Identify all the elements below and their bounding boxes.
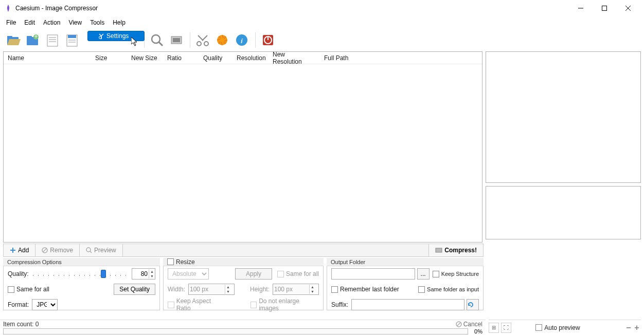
magnify-icon: [86, 247, 92, 253]
fit-button[interactable]: ⊞: [489, 323, 499, 333]
title-bar: Caesium - Image Compressor: [0, 0, 644, 16]
column-resolution[interactable]: Resolution: [232, 52, 269, 64]
progress-percent: 0%: [470, 328, 486, 334]
resize-mode-select[interactable]: Absolute: [168, 268, 209, 280]
keep-aspect-checkbox[interactable]: [168, 302, 174, 308]
height-input[interactable]: [273, 285, 309, 294]
progress-row: 0%: [0, 328, 486, 335]
resize-title: Resize: [163, 258, 324, 266]
menu-file[interactable]: File: [2, 18, 20, 27]
width-label: Width:: [168, 286, 188, 293]
preview-button[interactable]: [148, 31, 166, 49]
browse-button[interactable]: ...: [417, 268, 430, 280]
format-label: Format:: [8, 301, 29, 308]
column-full-path[interactable]: Full Path: [320, 52, 482, 64]
no-enlarge-checkbox[interactable]: [251, 302, 257, 308]
app-icon: [4, 4, 12, 12]
svg-rect-1: [602, 6, 607, 11]
reset-suffix-button[interactable]: [467, 299, 479, 310]
tooltip-label: Settings: [106, 32, 129, 40]
svg-point-25: [197, 42, 201, 46]
open-file-button[interactable]: [4, 31, 23, 49]
compression-panel: Compression Options Quality: ▲▼ Same for…: [3, 258, 160, 310]
svg-rect-7: [27, 36, 32, 39]
toolbar-separator-2: [190, 32, 190, 48]
about-button[interactable]: i: [232, 31, 251, 49]
update-button[interactable]: [213, 31, 231, 49]
column-size[interactable]: Size: [91, 52, 127, 64]
settings-button[interactable]: [193, 31, 212, 49]
resize-sfa-label: Same for all: [286, 270, 319, 277]
compress-label: Compress!: [444, 247, 477, 254]
window-title: Caesium - Image Compressor: [15, 5, 98, 12]
open-list-button[interactable]: [43, 31, 62, 49]
preview-footer: ⊞ ⛶ Auto preview − +: [489, 320, 641, 335]
width-spin[interactable]: ▲▼: [188, 284, 235, 295]
output-path-input[interactable]: [331, 268, 415, 280]
menu-view[interactable]: View: [64, 18, 86, 27]
resize-panel: Resize Absolute Apply Same for all Width…: [163, 258, 324, 310]
save-list-button[interactable]: [63, 31, 81, 49]
same-as-input-checkbox[interactable]: [418, 286, 425, 293]
remember-checkbox[interactable]: [331, 286, 338, 293]
resize-checkbox[interactable]: [167, 258, 174, 265]
forbidden-icon: [42, 247, 48, 253]
compress-icon: [435, 247, 442, 254]
height-label: Height:: [250, 286, 273, 293]
keep-structure-checkbox[interactable]: [433, 271, 439, 277]
fullscreen-button[interactable]: ⛶: [501, 323, 511, 333]
preview-list-button[interactable]: Preview: [80, 244, 123, 256]
apply-button[interactable]: Apply: [235, 268, 272, 280]
compression-title: Compression Options: [3, 258, 160, 266]
column-new-size[interactable]: New Size: [127, 52, 163, 64]
menu-tools[interactable]: Tools: [86, 18, 109, 27]
remove-list-button[interactable]: Remove: [35, 244, 80, 256]
quality-input[interactable]: [132, 269, 149, 278]
item-count: Item count: 0: [3, 321, 39, 328]
status-bar: Item count: 0 Cancel: [0, 320, 486, 328]
width-input[interactable]: [189, 285, 225, 294]
svg-line-36: [43, 249, 47, 252]
svg-line-38: [90, 251, 92, 253]
action-bar: Add Remove Preview Compress!: [3, 244, 484, 257]
format-select[interactable]: JPG: [32, 299, 58, 310]
auto-preview-label: Auto preview: [544, 324, 580, 331]
height-spin[interactable]: ▲▼: [273, 284, 319, 295]
preview-label: Preview: [94, 247, 116, 254]
compress-action-button[interactable]: Compress!: [428, 244, 483, 256]
resize-sfa-checkbox[interactable]: [277, 271, 284, 277]
zoom-out-button[interactable]: −: [624, 323, 633, 332]
same-for-all-checkbox[interactable]: [8, 286, 14, 293]
menu-action[interactable]: Action: [39, 18, 64, 27]
cancel-button[interactable]: Cancel: [456, 321, 482, 328]
zoom-in-button[interactable]: +: [633, 323, 641, 332]
toolbar-separator-3: [255, 32, 256, 48]
keep-structure-label: Keep Structure: [441, 271, 479, 277]
preview-column: [486, 51, 641, 243]
menu-edit[interactable]: Edit: [20, 18, 39, 27]
file-list[interactable]: Name Size New Size Ratio Quality Resolut…: [3, 51, 482, 243]
column-name[interactable]: Name: [4, 52, 91, 64]
column-quality[interactable]: Quality: [199, 52, 232, 64]
compress-button[interactable]: [167, 31, 186, 49]
close-button[interactable]: [616, 0, 640, 16]
main-area: Name Size New Size Ratio Quality Resolut…: [0, 51, 644, 243]
menu-help[interactable]: Help: [109, 18, 130, 27]
preview-original: [486, 51, 641, 183]
quality-spin[interactable]: ▲▼: [132, 268, 155, 280]
add-button[interactable]: Add: [4, 244, 35, 256]
column-ratio[interactable]: Ratio: [163, 52, 199, 64]
column-new-resolution[interactable]: New Resolution: [269, 52, 320, 64]
set-quality-button[interactable]: Set Quality: [114, 284, 155, 295]
open-folder-button[interactable]: +: [24, 31, 42, 49]
toolbar: + Settings i: [0, 29, 644, 51]
maximize-button[interactable]: [593, 0, 616, 16]
suffix-input[interactable]: [351, 299, 464, 310]
minimize-button[interactable]: [569, 0, 593, 16]
quality-slider[interactable]: [33, 269, 128, 279]
svg-rect-10: [47, 35, 58, 46]
options-panels: Compression Options Quality: ▲▼ Same for…: [3, 258, 484, 310]
auto-preview-checkbox[interactable]: [535, 324, 542, 331]
exit-button[interactable]: [259, 31, 277, 49]
cancel-icon: [456, 321, 462, 327]
